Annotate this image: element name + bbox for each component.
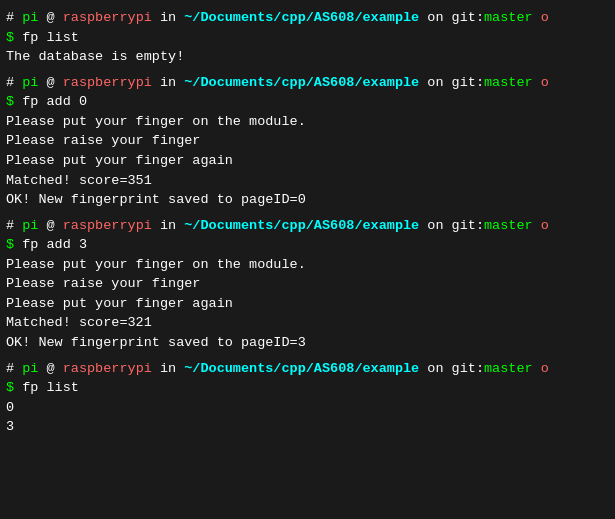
output-line-4-2: 3 xyxy=(6,417,609,437)
path: ~/Documents/cpp/AS608/example xyxy=(184,10,419,25)
username: pi xyxy=(22,361,38,376)
dollar-symbol: $ xyxy=(6,380,22,395)
in-word: in xyxy=(152,218,184,233)
output-line-2-4: Matched! score=351 xyxy=(6,171,609,191)
overflow: o xyxy=(533,10,549,25)
dollar-symbol: $ xyxy=(6,30,22,45)
prompt-line-1: # pi @ raspberrypi in ~/Documents/cpp/AS… xyxy=(6,8,609,28)
output-line-2-3: Please put your finger again xyxy=(6,151,609,171)
on-word: on xyxy=(419,361,451,376)
prompt-line-3: # pi @ raspberrypi in ~/Documents/cpp/AS… xyxy=(6,216,609,236)
output-line-4-1: 0 xyxy=(6,398,609,418)
hostname: raspberrypi xyxy=(63,218,152,233)
output-line-3-1: Please put your finger on the module. xyxy=(6,255,609,275)
path: ~/Documents/cpp/AS608/example xyxy=(184,75,419,90)
on-word: on xyxy=(419,10,451,25)
dollar-symbol: $ xyxy=(6,237,22,252)
on-word: on xyxy=(419,218,451,233)
output-line-2-1: Please put your finger on the module. xyxy=(6,112,609,132)
output-line-3-2: Please raise your finger xyxy=(6,274,609,294)
in-word: in xyxy=(152,361,184,376)
hash-symbol: # xyxy=(6,218,22,233)
hash-symbol: # xyxy=(6,361,22,376)
in-word: in xyxy=(152,75,184,90)
output-line-1-1: The database is empty! xyxy=(6,47,609,67)
at-symbol: @ xyxy=(38,10,62,25)
git-label: git: xyxy=(452,218,484,233)
hostname: raspberrypi xyxy=(63,10,152,25)
command-line-3: $ fp add 3 xyxy=(6,235,609,255)
overflow: o xyxy=(533,361,549,376)
hash-symbol: # xyxy=(6,10,22,25)
output-line-3-5: OK! New fingerprint saved to pageID=3 xyxy=(6,333,609,353)
branch: master xyxy=(484,10,533,25)
command-line-1: $ fp list xyxy=(6,28,609,48)
at-symbol: @ xyxy=(38,75,62,90)
hash-symbol: # xyxy=(6,75,22,90)
git-label: git: xyxy=(452,10,484,25)
path: ~/Documents/cpp/AS608/example xyxy=(184,361,419,376)
overflow: o xyxy=(533,218,549,233)
terminal: # pi @ raspberrypi in ~/Documents/cpp/AS… xyxy=(6,8,609,437)
command-text: fp list xyxy=(22,30,79,45)
hostname: raspberrypi xyxy=(63,75,152,90)
prompt-line-4: # pi @ raspberrypi in ~/Documents/cpp/AS… xyxy=(6,359,609,379)
at-symbol: @ xyxy=(38,361,62,376)
command-line-2: $ fp add 0 xyxy=(6,92,609,112)
at-symbol: @ xyxy=(38,218,62,233)
username: pi xyxy=(22,10,38,25)
git-label: git: xyxy=(452,361,484,376)
output-line-3-3: Please put your finger again xyxy=(6,294,609,314)
command-line-4: $ fp list xyxy=(6,378,609,398)
command-text: fp add 0 xyxy=(22,94,87,109)
hostname: raspberrypi xyxy=(63,361,152,376)
path: ~/Documents/cpp/AS608/example xyxy=(184,218,419,233)
in-word: in xyxy=(152,10,184,25)
dollar-symbol: $ xyxy=(6,94,22,109)
overflow: o xyxy=(533,75,549,90)
output-line-3-4: Matched! score=321 xyxy=(6,313,609,333)
prompt-line-2: # pi @ raspberrypi in ~/Documents/cpp/AS… xyxy=(6,73,609,93)
branch: master xyxy=(484,361,533,376)
git-label: git: xyxy=(452,75,484,90)
username: pi xyxy=(22,75,38,90)
output-line-2-5: OK! New fingerprint saved to pageID=0 xyxy=(6,190,609,210)
on-word: on xyxy=(419,75,451,90)
username: pi xyxy=(22,218,38,233)
command-text: fp list xyxy=(22,380,79,395)
command-text: fp add 3 xyxy=(22,237,87,252)
branch: master xyxy=(484,75,533,90)
branch: master xyxy=(484,218,533,233)
output-line-2-2: Please raise your finger xyxy=(6,131,609,151)
